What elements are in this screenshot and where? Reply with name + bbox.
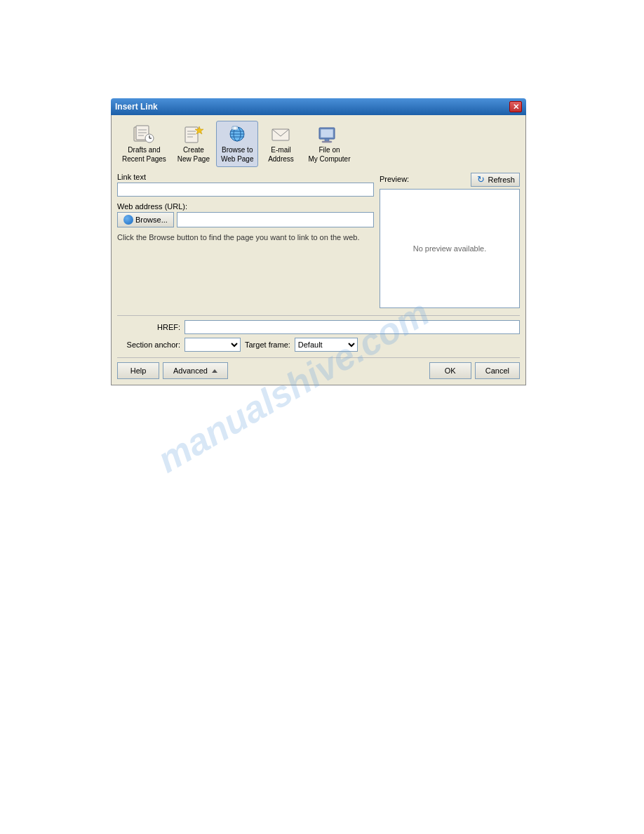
tab-drafts-label: Drafts and Recent Pages bbox=[122, 145, 166, 164]
tab-browse-web-label: Browse to Web Page bbox=[221, 145, 254, 164]
svg-rect-23 bbox=[321, 129, 333, 138]
advanced-button[interactable]: Advanced bbox=[163, 362, 228, 379]
refresh-button-label: Refresh bbox=[488, 176, 515, 184]
anchor-target-row: Section anchor: Target frame: Default _b… bbox=[117, 338, 520, 352]
right-panel: Preview: ↻ Refresh No preview available. bbox=[380, 173, 520, 308]
tab-browse-web[interactable]: Browse to Web Page bbox=[216, 121, 259, 167]
help-button[interactable]: Help bbox=[117, 362, 159, 379]
web-address-label: Web address (URL): bbox=[117, 202, 374, 211]
preview-header: Preview: ↻ Refresh bbox=[380, 173, 520, 187]
ok-button[interactable]: OK bbox=[429, 362, 471, 379]
preview-box: No preview available. bbox=[380, 189, 520, 308]
url-input[interactable] bbox=[177, 212, 374, 227]
dialog-title: Insert Link bbox=[115, 102, 158, 112]
title-bar: Insert Link ✕ bbox=[111, 98, 526, 115]
hint-text: Click the Browse button to find the page… bbox=[117, 233, 374, 241]
advanced-arrow-icon bbox=[212, 369, 217, 373]
bottom-fields: HREF: Section anchor: Target frame: Defa… bbox=[117, 320, 520, 352]
tab-create-label: Create New Page bbox=[177, 145, 210, 164]
insert-link-dialog: Insert Link ✕ bbox=[111, 98, 526, 385]
web-address-group: Web address (URL): Browse... bbox=[117, 202, 374, 227]
advanced-button-label: Advanced bbox=[173, 366, 208, 375]
svg-rect-18 bbox=[232, 126, 238, 130]
create-icon bbox=[182, 124, 205, 144]
browse-row: Browse... bbox=[117, 212, 374, 227]
main-divider bbox=[117, 315, 520, 316]
tab-row: Drafts and Recent Pages Create New Page bbox=[117, 121, 520, 167]
file-icon bbox=[318, 124, 340, 144]
globe-icon bbox=[123, 215, 133, 225]
email-icon bbox=[269, 124, 292, 144]
cancel-button[interactable]: Cancel bbox=[475, 362, 520, 379]
button-row: Help Advanced OK Cancel bbox=[117, 362, 520, 379]
section-anchor-select[interactable] bbox=[185, 338, 241, 352]
href-row: HREF: bbox=[117, 320, 520, 334]
link-text-label: Link text bbox=[117, 173, 374, 181]
main-content: Link text Web address (URL): Browse... bbox=[117, 173, 520, 308]
svg-rect-24 bbox=[325, 139, 329, 141]
target-frame-select[interactable]: Default _blank _self _parent _top bbox=[295, 338, 358, 352]
browse-web-icon bbox=[226, 124, 248, 144]
href-label: HREF: bbox=[117, 323, 180, 331]
svg-rect-25 bbox=[322, 141, 332, 143]
drafts-icon bbox=[133, 124, 155, 144]
link-text-group: Link text bbox=[117, 173, 374, 197]
left-panel: Link text Web address (URL): Browse... bbox=[117, 173, 374, 308]
href-input[interactable] bbox=[185, 320, 520, 334]
tab-file[interactable]: File on My Computer bbox=[303, 121, 355, 167]
btn-group-left: Help Advanced bbox=[117, 362, 228, 379]
btn-group-right: OK Cancel bbox=[429, 362, 520, 379]
dialog-body: Drafts and Recent Pages Create New Page bbox=[111, 115, 526, 385]
tab-drafts[interactable]: Drafts and Recent Pages bbox=[117, 121, 171, 167]
browse-button[interactable]: Browse... bbox=[117, 212, 174, 227]
section-anchor-label: Section anchor: bbox=[117, 340, 180, 349]
tab-create[interactable]: Create New Page bbox=[173, 121, 215, 167]
bottom-divider bbox=[117, 357, 520, 358]
refresh-icon: ↻ bbox=[476, 175, 485, 185]
browse-button-label: Browse... bbox=[135, 216, 168, 224]
preview-label: Preview: bbox=[380, 175, 409, 183]
target-frame-label: Target frame: bbox=[245, 340, 290, 349]
section-row: Target frame: Default _blank _self _pare… bbox=[185, 338, 358, 352]
no-preview-text: No preview available. bbox=[413, 244, 487, 253]
link-text-input[interactable] bbox=[117, 183, 374, 197]
tab-email-label: E-mail Address bbox=[268, 145, 294, 164]
tab-email[interactable]: E-mail Address bbox=[260, 121, 302, 167]
close-button[interactable]: ✕ bbox=[509, 101, 522, 112]
refresh-button[interactable]: ↻ Refresh bbox=[471, 173, 520, 187]
tab-file-label: File on My Computer bbox=[308, 145, 350, 164]
